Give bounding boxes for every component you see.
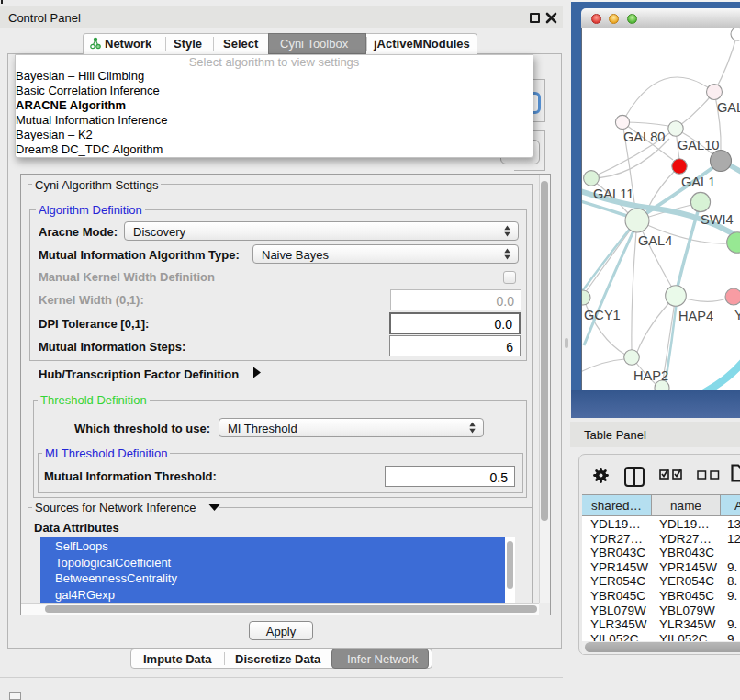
svg-text:HAP4: HAP4 — [678, 309, 713, 323]
svg-text:SWI4: SWI4 — [701, 212, 734, 227]
svg-text:HAP2: HAP2 — [633, 368, 668, 383]
svg-text:GAL4: GAL4 — [638, 233, 672, 248]
svg-text:GAL11: GAL11 — [593, 186, 633, 201]
svg-text:Y: Y — [734, 308, 740, 322]
svg-text:GCY1: GCY1 — [584, 308, 621, 322]
svg-text:GAL7: GAL7 — [717, 100, 740, 115]
svg-text:GAL10: GAL10 — [678, 138, 719, 152]
svg-text:GAL1: GAL1 — [681, 175, 715, 189]
svg-text:GAL80: GAL80 — [623, 130, 665, 144]
